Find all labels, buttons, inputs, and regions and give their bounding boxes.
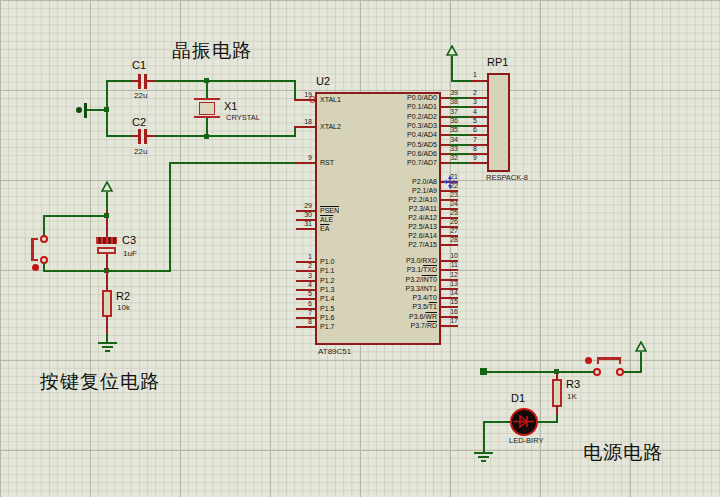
pin-number: 8 <box>473 145 477 153</box>
pin-label: P2.2/A10 <box>408 196 437 204</box>
pin-number: 13 <box>450 280 458 288</box>
led-d1[interactable] <box>510 408 538 436</box>
part-ref: C1 <box>132 59 146 71</box>
pin-label: P0.7/AD7 <box>407 159 437 167</box>
power-button[interactable] <box>597 357 599 364</box>
pin-label: XTAL2 <box>320 123 341 131</box>
resistor-r2[interactable] <box>102 290 112 317</box>
reset-button[interactable] <box>31 238 38 240</box>
pin-label: P2.1/A9 <box>412 187 437 195</box>
wire <box>169 162 296 164</box>
pin-number: 1 <box>473 71 477 79</box>
pin-label: P3.6/WR <box>409 313 437 321</box>
pin-number: 3 <box>308 272 312 280</box>
pin-number: 14 <box>450 289 458 297</box>
wire <box>294 80 296 100</box>
pin-label: P0.5/AD5 <box>407 141 437 149</box>
pin-number: 39 <box>450 89 458 97</box>
power-button[interactable] <box>616 368 624 376</box>
power-arrow-icon <box>635 341 647 353</box>
power-button[interactable] <box>593 368 601 376</box>
pin-number: 9 <box>308 154 312 162</box>
pin-number: 4 <box>473 108 477 116</box>
part-ref: C3 <box>122 234 136 246</box>
wire <box>483 371 594 373</box>
pin-stub <box>296 308 315 310</box>
pin-number: 24 <box>450 200 458 208</box>
pin-number: 10 <box>450 252 458 260</box>
part-value: 10k <box>117 303 130 312</box>
pin-label: P2.0/A8 <box>412 178 437 186</box>
pin-label: P1.2 <box>320 277 334 285</box>
pin-stub <box>441 325 458 327</box>
diode-symbol-icon <box>512 410 535 433</box>
capacitor-c3[interactable] <box>97 247 116 254</box>
respack-rp1-body[interactable] <box>487 73 510 172</box>
part-value: 22u <box>134 147 147 156</box>
pin-stub <box>296 317 315 319</box>
pin-number: 7 <box>308 309 312 317</box>
pin-number: 34 <box>450 136 458 144</box>
pin-number: 6 <box>308 300 312 308</box>
schematic-canvas: 晶振电路 按键复位电路 电源电路 C1 22u C2 22u X1 CRYSTA… <box>0 0 720 497</box>
wire <box>451 56 453 82</box>
pin-number: 15 <box>450 298 458 306</box>
reset-button[interactable] <box>31 238 34 261</box>
part-ref: R2 <box>116 290 130 302</box>
capacitor-c2[interactable] <box>138 129 141 144</box>
power-button[interactable] <box>585 357 592 364</box>
wire <box>106 135 131 137</box>
wire <box>43 217 45 236</box>
junction-dot <box>204 134 209 139</box>
crystal-x1[interactable] <box>199 102 215 115</box>
ground-symbol <box>76 107 82 113</box>
power-button[interactable] <box>619 357 621 364</box>
pin-stub <box>296 326 315 328</box>
section-title-power: 电源电路 <box>583 442 663 464</box>
part-ref: C2 <box>132 116 146 128</box>
pin-label: P1.1 <box>320 267 334 275</box>
pin-number: 5 <box>473 117 477 125</box>
capacitor-c3[interactable] <box>96 237 117 244</box>
pin-label: ALE <box>320 216 333 224</box>
pin-label: P3.0/RXD <box>406 257 437 265</box>
wire <box>483 421 510 423</box>
part-value: AT89C51 <box>318 347 351 356</box>
pin-stub <box>296 126 315 128</box>
pin-label: P2.6/A14 <box>408 232 437 240</box>
crystal-x1[interactable] <box>194 98 220 100</box>
pin-number: 32 <box>450 154 458 162</box>
pin-label: P2.4/A12 <box>408 214 437 222</box>
pin-label: P0.3/AD3 <box>407 122 437 130</box>
power-button[interactable] <box>597 357 621 360</box>
capacitor-c1[interactable] <box>138 74 141 89</box>
reset-button[interactable] <box>40 235 48 243</box>
pin-number: 33 <box>450 145 458 153</box>
pin-number: 35 <box>450 126 458 134</box>
pin-number: 36 <box>450 117 458 125</box>
capacitor-lead <box>147 80 155 82</box>
pin-number: 30 <box>304 211 312 219</box>
wire <box>451 80 471 82</box>
resistor-r3[interactable] <box>552 379 562 407</box>
junction-dot <box>104 107 109 112</box>
part-ref: D1 <box>511 392 525 404</box>
pin-label: P2.7/A15 <box>408 241 437 249</box>
pin-stub <box>469 162 487 164</box>
pin-label: P0.2/AD2 <box>407 113 437 121</box>
pin-label: P0.4/AD4 <box>407 131 437 139</box>
pin-stub <box>441 97 449 99</box>
pin-number: 37 <box>450 108 458 116</box>
pin-number: 3 <box>473 98 477 106</box>
pin-stub <box>296 228 315 230</box>
wire <box>640 352 642 373</box>
wire <box>169 163 171 272</box>
reset-button[interactable] <box>31 259 38 261</box>
pin-label: P3.7/RD <box>411 322 437 330</box>
wire <box>206 81 208 98</box>
ground-symbol <box>105 350 110 352</box>
pin-stub <box>441 162 449 164</box>
reset-button[interactable] <box>32 264 39 271</box>
pin-label: P1.4 <box>320 295 334 303</box>
wire <box>449 162 469 164</box>
